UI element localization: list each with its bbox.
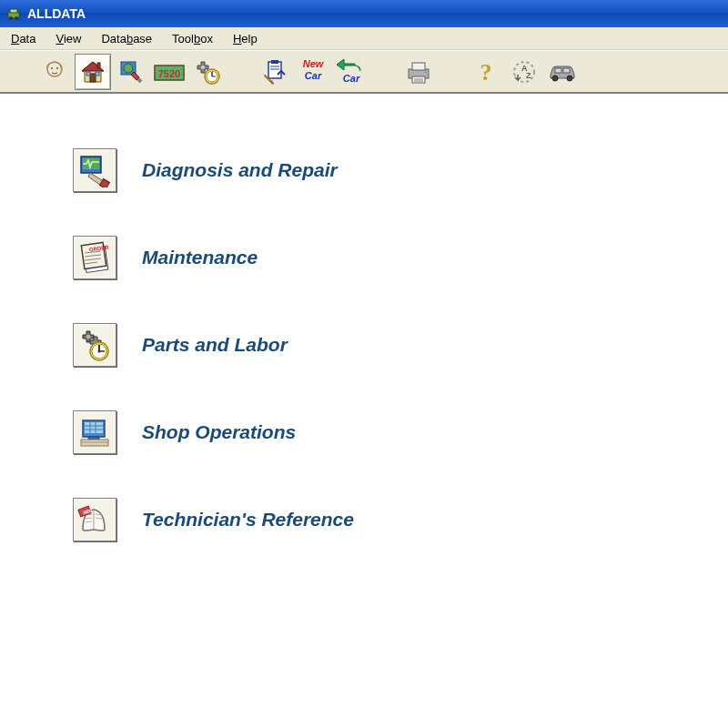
- head-icon[interactable]: [36, 54, 73, 90]
- app-icon: [5, 5, 22, 22]
- category-shop-operations[interactable]: Shop Operations: [73, 410, 728, 454]
- category-parts-labor[interactable]: Parts and Labor: [73, 323, 728, 367]
- svg-point-1: [9, 16, 13, 20]
- maintenance-icon: ORDER: [73, 236, 116, 279]
- tech-reference-icon: REF: [73, 498, 116, 541]
- svg-text:Z: Z: [526, 71, 531, 80]
- category-label: Parts and Labor: [142, 334, 288, 356]
- svg-point-2: [15, 16, 18, 20]
- help-icon[interactable]: ?: [468, 54, 504, 90]
- svg-point-5: [51, 67, 53, 69]
- svg-text:?: ?: [480, 59, 492, 86]
- svg-point-42: [552, 76, 558, 81]
- svg-rect-41: [563, 68, 570, 73]
- svg-rect-40: [555, 68, 561, 73]
- window-title: ALLDATA: [27, 6, 86, 21]
- back-car-icon[interactable]: Car: [333, 54, 369, 90]
- toolbar: 7520 New Car: [0, 50, 728, 94]
- code-7520-icon[interactable]: 7520: [151, 54, 187, 90]
- svg-text:New: New: [303, 58, 325, 69]
- category-label: Maintenance: [142, 247, 258, 268]
- printer-icon[interactable]: [400, 54, 437, 90]
- svg-text:Car: Car: [343, 73, 360, 84]
- svg-point-6: [56, 67, 58, 69]
- svg-point-54: [86, 335, 91, 339]
- svg-rect-31: [412, 63, 425, 70]
- home-icon[interactable]: [75, 54, 111, 90]
- category-label: Shop Operations: [142, 421, 296, 443]
- car-icon[interactable]: [544, 54, 581, 90]
- category-tech-reference[interactable]: REF Technician's Reference: [73, 498, 728, 541]
- svg-text:Car: Car: [305, 70, 322, 81]
- svg-point-14: [124, 64, 133, 73]
- svg-point-35: [425, 71, 427, 73]
- category-diagnosis-repair[interactable]: Diagnosis and Repair: [73, 148, 728, 192]
- svg-point-59: [98, 350, 101, 353]
- menu-bar: Data View Database Toolbox Help: [0, 27, 728, 50]
- diagnosis-icon: [73, 148, 116, 192]
- menu-database[interactable]: Database: [92, 30, 161, 47]
- svg-rect-23: [268, 62, 281, 78]
- parts-labor-icon: [73, 323, 116, 367]
- menu-view[interactable]: View: [46, 30, 90, 47]
- svg-point-18: [201, 66, 205, 69]
- clock-gears-icon[interactable]: [189, 54, 226, 90]
- svg-rect-61: [85, 422, 103, 433]
- category-maintenance[interactable]: ORDER Maintenance: [73, 236, 728, 279]
- svg-rect-11: [96, 72, 99, 76]
- title-bar: ALLDATA: [0, 0, 728, 27]
- globe-tool-icon[interactable]: [113, 54, 149, 90]
- clipboard-tool-icon[interactable]: [257, 54, 293, 90]
- svg-rect-24: [271, 60, 278, 64]
- main-content: Diagnosis and Repair ORDER Maintenance: [0, 94, 728, 541]
- category-label: Technician's Reference: [142, 509, 354, 531]
- svg-rect-9: [90, 74, 96, 82]
- sort-az-icon[interactable]: A Z: [506, 54, 542, 90]
- svg-text:7520: 7520: [158, 68, 180, 79]
- svg-rect-3: [10, 9, 17, 13]
- svg-point-43: [567, 76, 572, 81]
- menu-data[interactable]: Data: [2, 30, 45, 47]
- menu-help[interactable]: Help: [224, 30, 267, 47]
- shop-operations-icon: [73, 410, 116, 454]
- svg-rect-10: [86, 72, 90, 76]
- category-label: Diagnosis and Repair: [142, 159, 338, 181]
- menu-toolbox[interactable]: Toolbox: [163, 30, 222, 47]
- svg-rect-12: [97, 63, 100, 68]
- new-car-icon[interactable]: New Car: [295, 54, 331, 90]
